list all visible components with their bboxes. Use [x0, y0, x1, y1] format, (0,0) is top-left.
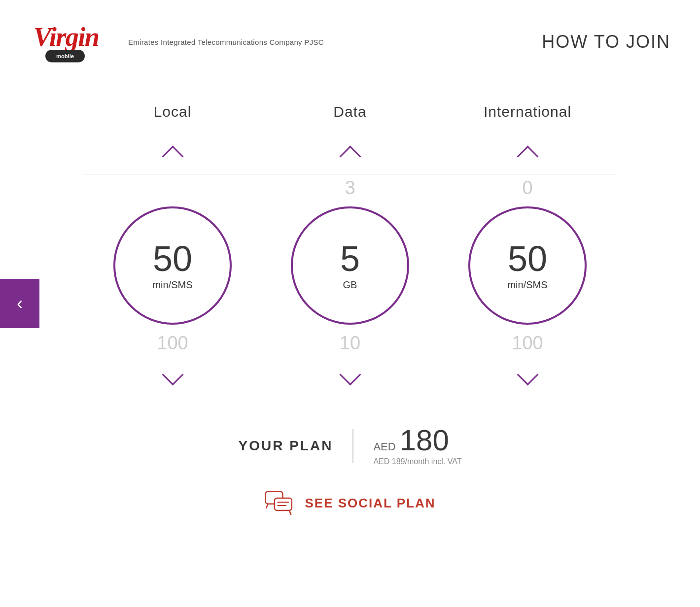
international-unit: min/SMS	[507, 279, 547, 291]
header: Virgin mobile Emirates Integrated Teleco…	[0, 0, 700, 84]
local-unit: min/SMS	[152, 279, 192, 291]
tagline: Emirates Integrated Telecommunications C…	[128, 38, 324, 46]
side-nav-left[interactable]: ‹	[0, 279, 39, 328]
svg-line-4	[267, 504, 268, 508]
see-social-plan-label: SEE SOCIAL PLAN	[305, 496, 435, 511]
svg-text:mobile: mobile	[56, 53, 74, 59]
col-header-local: Local	[84, 103, 261, 120]
local-below: 100	[157, 330, 188, 357]
picker-section: 50 min/SMS 100 3 5 GB 10 0 50 min/SMS 10…	[59, 174, 641, 357]
data-down-icon	[343, 367, 358, 386]
international-down-icon	[520, 367, 535, 386]
plan-currency: AED	[373, 440, 395, 453]
plan-price-main: AED 180	[373, 426, 461, 455]
plan-divider	[352, 429, 353, 463]
plan-price-block: AED 180 AED 189/month incl. VAT	[373, 426, 461, 466]
data-up-button[interactable]	[328, 135, 373, 174]
international-value: 50	[508, 241, 547, 276]
international-picker: 0 50 min/SMS 100	[439, 174, 616, 357]
side-nav-arrow-icon: ‹	[17, 295, 23, 312]
header-left: Virgin mobile Emirates Integrated Teleco…	[30, 10, 324, 74]
local-down-button[interactable]	[150, 357, 195, 396]
international-up-button[interactable]	[505, 135, 550, 174]
local-picker: 50 min/SMS 100	[84, 174, 261, 357]
social-plan-section[interactable]: SEE SOCIAL PLAN	[59, 491, 641, 515]
local-up-icon	[165, 145, 180, 164]
your-plan-label: YOUR PLAN	[239, 438, 333, 454]
data-unit: GB	[343, 279, 357, 291]
data-picker: 3 5 GB 10	[261, 174, 439, 357]
local-circle: 50 min/SMS	[113, 206, 232, 325]
main-content: Local Data International 50 min/SMS	[0, 84, 700, 535]
data-value: 5	[340, 241, 360, 276]
data-down-button[interactable]	[328, 357, 373, 396]
chevrons-down-row	[59, 357, 641, 396]
virgin-logo-svg: Virgin mobile	[30, 10, 108, 74]
your-plan-section: YOUR PLAN AED 180 AED 189/month incl. VA…	[59, 426, 641, 466]
plan-vat: AED 189/month incl. VAT	[373, 457, 461, 466]
international-circle: 50 min/SMS	[468, 206, 587, 325]
col-header-international: International	[439, 103, 616, 120]
data-below: 10	[340, 330, 360, 357]
logo: Virgin mobile	[30, 10, 108, 74]
chevrons-up-row	[59, 135, 641, 174]
international-above: 0	[522, 174, 532, 202]
svg-rect-5	[275, 498, 292, 510]
local-up-button[interactable]	[150, 135, 195, 174]
svg-line-6	[289, 510, 291, 514]
social-plan-icon	[264, 491, 294, 515]
data-circle: 5 GB	[291, 206, 409, 325]
international-below: 100	[512, 330, 543, 357]
data-up-icon	[343, 145, 358, 164]
local-down-icon	[165, 367, 180, 386]
svg-text:Virgin: Virgin	[34, 22, 99, 52]
col-header-data: Data	[261, 103, 439, 120]
how-to-join-label: HOW TO JOIN	[542, 32, 670, 52]
international-up-icon	[520, 145, 535, 164]
international-down-button[interactable]	[505, 357, 550, 396]
columns-header: Local Data International	[59, 103, 641, 120]
local-value: 50	[153, 241, 192, 276]
plan-amount: 180	[400, 426, 449, 455]
data-above: 3	[345, 174, 355, 202]
